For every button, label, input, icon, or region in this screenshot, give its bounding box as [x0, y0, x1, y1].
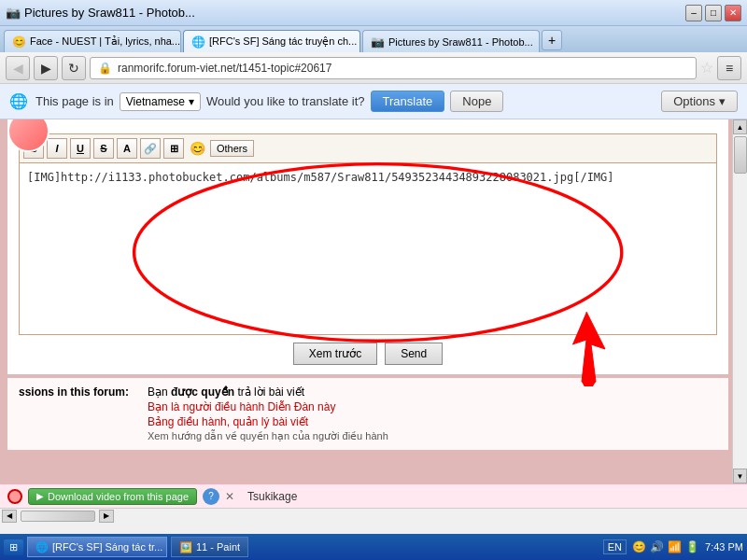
title-bar-icon: 📷: [6, 6, 21, 20]
forward-button[interactable]: ▶: [34, 56, 58, 80]
editor-content: [IMG]http://i1133.photobucket.com/albums…: [27, 171, 614, 184]
taskbar-item-2-icon: 🖼️: [179, 541, 192, 553]
nope-button[interactable]: Nope: [450, 91, 503, 112]
permissions-layout: ssions in this forum: Bạn được quyền trả…: [19, 385, 717, 442]
can-reply-text: Bạn được quyền trả lời bài viết: [148, 385, 388, 399]
minimize-button[interactable]: –: [685, 5, 702, 21]
scroll-left-button[interactable]: ◀: [2, 510, 17, 523]
can-reply-suffix: trả lời bài viết: [237, 385, 304, 399]
taskbar-item-2[interactable]: 🖼️ 11 - Paint: [171, 537, 248, 557]
nav-bar: ◀ ▶ ↻ 🔒 ranmorifc.forum-viet.net/t1451-t…: [0, 52, 747, 84]
download-label: Download video from this page: [48, 491, 189, 502]
color-button[interactable]: A: [117, 138, 137, 159]
system-time: 7:43 PM: [705, 541, 743, 553]
forum-permissions: ssions in this forum: Bạn được quyền trả…: [7, 378, 728, 450]
strikethrough-button[interactable]: S: [93, 138, 114, 159]
can-reply-prefix: Bạn: [148, 385, 171, 399]
title-bar: 📷 Pictures by Sraw811 - Photob... – □ ✕: [0, 0, 747, 26]
tab-1[interactable]: 😊 Face - NUEST | Tải, lyrics, nha... ✕: [4, 30, 181, 52]
editor-buttons: Xem trước Send: [19, 343, 717, 365]
download-button[interactable]: ▶ Download video from this page: [28, 488, 197, 505]
system-tray: EN 😊 🔊 📶 🔋 7:43 PM: [603, 539, 743, 554]
vertical-scrollbar[interactable]: ▲ ▼: [732, 119, 747, 483]
tab-3-label: Pictures by Sraw811 - Photob...: [388, 36, 533, 48]
content-area: ▲ ▼ B I U S A 🔗 ⊞ 😊 Others [I: [0, 119, 747, 483]
maximize-button[interactable]: □: [705, 5, 722, 21]
editor-textarea[interactable]: [IMG]http://i1133.photobucket.com/albums…: [19, 162, 717, 335]
tab-2-icon: 🌐: [191, 35, 205, 49]
taskbar-item-1-label: [RFC's SF] Sáng tác tr...: [52, 541, 162, 553]
translate-message: This page is in: [35, 94, 114, 108]
can-reply-highlight: được quyền: [171, 385, 234, 399]
address-bar[interactable]: 🔒 ranmorifc.forum-viet.net/t1451-topic#2…: [90, 57, 697, 79]
link-button[interactable]: 🔗: [140, 138, 161, 159]
send-button[interactable]: Send: [385, 343, 443, 365]
permissions-title: ssions in this forum:: [19, 385, 129, 399]
options-arrow-icon: ▾: [719, 94, 726, 108]
italic-button[interactable]: I: [47, 138, 67, 159]
title-bar-text: Pictures by Sraw811 - Photob...: [24, 6, 195, 20]
others-button[interactable]: Others: [210, 140, 254, 157]
scroll-right-button[interactable]: ▶: [99, 510, 114, 523]
taskbar-item-2-label: 11 - Paint: [196, 541, 240, 553]
manage-link[interactable]: Bảng điều hành, quản lý bài viết: [148, 415, 388, 428]
grid-button[interactable]: ⊞: [163, 138, 184, 159]
emoji-button[interactable]: 😊: [187, 138, 207, 159]
help-button[interactable]: ?: [203, 488, 219, 505]
taskbar-item-1[interactable]: 🌐 [RFC's SF] Sáng tác tr...: [27, 537, 167, 557]
tab-2-label: [RFC's SF] Sáng tác truyện ch...: [209, 35, 357, 48]
editor-section: B I U S A 🔗 ⊞ 😊 Others [IMG]http://i1133…: [19, 133, 717, 365]
scroll-thumb[interactable]: [734, 136, 747, 174]
sys-tray-icons: 😊 🔊 📶 🔋: [632, 540, 699, 553]
tab-1-label: Face - NUEST | Tải, lyrics, nha...: [30, 35, 180, 48]
scroll-h-thumb[interactable]: [21, 511, 95, 522]
tab-bar: 😊 Face - NUEST | Tải, lyrics, nha... ✕ 🌐…: [0, 26, 747, 52]
download-close-button[interactable]: ✕: [225, 490, 234, 503]
download-bar: ▶ Download video from this page ? ✕ Tsuk…: [0, 483, 747, 508]
language-indicator: EN: [603, 539, 627, 554]
tray-icon-4: 🔋: [685, 540, 699, 553]
mod-link[interactable]: Bạn là người điều hành Diễn Đàn này: [148, 400, 388, 413]
horizontal-scrollbar[interactable]: ◀ ▶: [0, 508, 747, 523]
translate-icon: 🌐: [9, 92, 30, 110]
options-label: Options: [673, 94, 715, 108]
tab-1-icon: 😊: [12, 35, 26, 49]
taskbar-item-1-icon: 🌐: [35, 541, 49, 553]
taskbar: ⊞ 🌐 [RFC's SF] Sáng tác tr... 🖼️ 11 - Pa…: [0, 534, 747, 560]
tray-icon-1: 😊: [632, 540, 646, 553]
play-icon: ▶: [36, 491, 44, 501]
tab-3-icon: 📷: [371, 35, 385, 49]
tab-2[interactable]: 🌐 [RFC's SF] Sáng tác truyện ch... ✕: [183, 30, 360, 52]
translate-button[interactable]: Translate: [371, 91, 445, 112]
editor-toolbar: B I U S A 🔗 ⊞ 😊 Others: [19, 133, 717, 162]
tray-icon-2: 🔊: [650, 540, 664, 553]
menu-button[interactable]: ≡: [717, 56, 741, 80]
language-dropdown[interactable]: Vietnamese ▾: [120, 92, 201, 111]
translate-prompt: Would you like to translate it?: [206, 94, 365, 108]
permissions-links: Bạn được quyền trả lời bài viết Bạn là n…: [148, 385, 388, 442]
permissions-label: ssions in this forum:: [19, 385, 129, 442]
site-favicon: [7, 489, 22, 504]
close-button[interactable]: ✕: [725, 5, 741, 21]
scroll-down-button[interactable]: ▼: [733, 469, 747, 483]
translate-bar: 🌐 This page is in Vietnamese ▾ Would you…: [0, 84, 747, 119]
secure-icon: 🔒: [98, 62, 112, 75]
back-button[interactable]: ◀: [6, 56, 30, 80]
tray-icon-3: 📶: [668, 540, 682, 553]
username-display: Tsukikage: [247, 490, 297, 503]
editor-wrapper: [IMG]http://i1133.photobucket.com/albums…: [19, 162, 717, 335]
tab-3[interactable]: 📷 Pictures by Sraw811 - Photob... ✕: [362, 30, 540, 52]
underline-button[interactable]: U: [70, 138, 91, 159]
bookmark-star[interactable]: ☆: [700, 59, 713, 77]
scroll-up-button[interactable]: ▲: [733, 119, 747, 134]
page-inner: B I U S A 🔗 ⊞ 😊 Others [IMG]http://i1133…: [7, 119, 728, 374]
start-button[interactable]: ⊞: [4, 539, 23, 555]
refresh-button[interactable]: ↻: [62, 56, 86, 80]
url-text: ranmorifc.forum-viet.net/t1451-topic#206…: [118, 62, 688, 75]
window-controls: – □ ✕: [685, 5, 741, 21]
guide-link[interactable]: Xem hướng dẫn về quyền hạn của người điề…: [148, 430, 388, 442]
preview-button[interactable]: Xem trước: [293, 343, 377, 365]
new-tab-button[interactable]: +: [542, 30, 562, 50]
options-button[interactable]: Options ▾: [661, 91, 738, 112]
dropdown-arrow-icon: ▾: [189, 95, 194, 108]
